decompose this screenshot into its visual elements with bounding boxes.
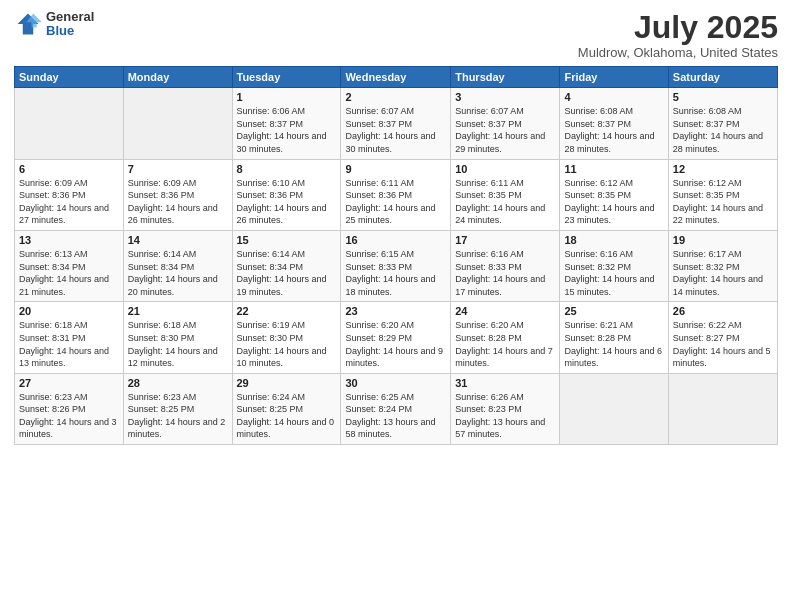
logo: General Blue	[14, 10, 94, 39]
calendar-week-3: 13Sunrise: 6:13 AMSunset: 8:34 PMDayligh…	[15, 230, 778, 301]
calendar-cell: 12Sunrise: 6:12 AMSunset: 8:35 PMDayligh…	[668, 159, 777, 230]
day-number: 5	[673, 91, 773, 103]
day-detail: Sunrise: 6:16 AMSunset: 8:32 PMDaylight:…	[564, 248, 663, 298]
calendar-week-4: 20Sunrise: 6:18 AMSunset: 8:31 PMDayligh…	[15, 302, 778, 373]
day-number: 1	[237, 91, 337, 103]
day-detail: Sunrise: 6:07 AMSunset: 8:37 PMDaylight:…	[455, 105, 555, 155]
calendar-cell: 17Sunrise: 6:16 AMSunset: 8:33 PMDayligh…	[451, 230, 560, 301]
calendar-cell: 21Sunrise: 6:18 AMSunset: 8:30 PMDayligh…	[123, 302, 232, 373]
calendar-cell: 7Sunrise: 6:09 AMSunset: 8:36 PMDaylight…	[123, 159, 232, 230]
calendar-cell: 2Sunrise: 6:07 AMSunset: 8:37 PMDaylight…	[341, 88, 451, 159]
logo-blue-text: Blue	[46, 24, 94, 38]
day-detail: Sunrise: 6:23 AMSunset: 8:26 PMDaylight:…	[19, 391, 119, 441]
day-detail: Sunrise: 6:16 AMSunset: 8:33 PMDaylight:…	[455, 248, 555, 298]
calendar-cell: 22Sunrise: 6:19 AMSunset: 8:30 PMDayligh…	[232, 302, 341, 373]
day-detail: Sunrise: 6:20 AMSunset: 8:28 PMDaylight:…	[455, 319, 555, 369]
calendar-cell: 26Sunrise: 6:22 AMSunset: 8:27 PMDayligh…	[668, 302, 777, 373]
day-number: 14	[128, 234, 228, 246]
calendar-header-tuesday: Tuesday	[232, 67, 341, 88]
calendar-header-row: SundayMondayTuesdayWednesdayThursdayFrid…	[15, 67, 778, 88]
calendar-table: SundayMondayTuesdayWednesdayThursdayFrid…	[14, 66, 778, 445]
day-number: 19	[673, 234, 773, 246]
day-number: 31	[455, 377, 555, 389]
day-detail: Sunrise: 6:08 AMSunset: 8:37 PMDaylight:…	[673, 105, 773, 155]
calendar-header-wednesday: Wednesday	[341, 67, 451, 88]
day-detail: Sunrise: 6:18 AMSunset: 8:31 PMDaylight:…	[19, 319, 119, 369]
day-number: 7	[128, 163, 228, 175]
title-block: July 2025 Muldrow, Oklahoma, United Stat…	[578, 10, 778, 60]
day-number: 6	[19, 163, 119, 175]
calendar-cell: 27Sunrise: 6:23 AMSunset: 8:26 PMDayligh…	[15, 373, 124, 444]
calendar-cell: 15Sunrise: 6:14 AMSunset: 8:34 PMDayligh…	[232, 230, 341, 301]
calendar-cell	[560, 373, 668, 444]
calendar-cell: 30Sunrise: 6:25 AMSunset: 8:24 PMDayligh…	[341, 373, 451, 444]
day-number: 10	[455, 163, 555, 175]
day-detail: Sunrise: 6:20 AMSunset: 8:29 PMDaylight:…	[345, 319, 446, 369]
day-detail: Sunrise: 6:09 AMSunset: 8:36 PMDaylight:…	[128, 177, 228, 227]
calendar-header-friday: Friday	[560, 67, 668, 88]
logo-icon	[14, 10, 42, 38]
calendar-week-1: 1Sunrise: 6:06 AMSunset: 8:37 PMDaylight…	[15, 88, 778, 159]
day-number: 27	[19, 377, 119, 389]
calendar-cell: 8Sunrise: 6:10 AMSunset: 8:36 PMDaylight…	[232, 159, 341, 230]
day-detail: Sunrise: 6:07 AMSunset: 8:37 PMDaylight:…	[345, 105, 446, 155]
day-number: 11	[564, 163, 663, 175]
day-number: 21	[128, 305, 228, 317]
day-detail: Sunrise: 6:11 AMSunset: 8:36 PMDaylight:…	[345, 177, 446, 227]
calendar-cell: 4Sunrise: 6:08 AMSunset: 8:37 PMDaylight…	[560, 88, 668, 159]
calendar-cell: 5Sunrise: 6:08 AMSunset: 8:37 PMDaylight…	[668, 88, 777, 159]
day-number: 25	[564, 305, 663, 317]
day-detail: Sunrise: 6:14 AMSunset: 8:34 PMDaylight:…	[128, 248, 228, 298]
day-number: 12	[673, 163, 773, 175]
day-number: 3	[455, 91, 555, 103]
day-number: 18	[564, 234, 663, 246]
day-detail: Sunrise: 6:25 AMSunset: 8:24 PMDaylight:…	[345, 391, 446, 441]
day-detail: Sunrise: 6:24 AMSunset: 8:25 PMDaylight:…	[237, 391, 337, 441]
day-number: 24	[455, 305, 555, 317]
day-detail: Sunrise: 6:09 AMSunset: 8:36 PMDaylight:…	[19, 177, 119, 227]
day-number: 30	[345, 377, 446, 389]
logo-general-text: General	[46, 10, 94, 24]
calendar-cell: 9Sunrise: 6:11 AMSunset: 8:36 PMDaylight…	[341, 159, 451, 230]
calendar-cell: 23Sunrise: 6:20 AMSunset: 8:29 PMDayligh…	[341, 302, 451, 373]
day-number: 4	[564, 91, 663, 103]
calendar-week-5: 27Sunrise: 6:23 AMSunset: 8:26 PMDayligh…	[15, 373, 778, 444]
day-detail: Sunrise: 6:23 AMSunset: 8:25 PMDaylight:…	[128, 391, 228, 441]
day-detail: Sunrise: 6:08 AMSunset: 8:37 PMDaylight:…	[564, 105, 663, 155]
calendar-cell: 25Sunrise: 6:21 AMSunset: 8:28 PMDayligh…	[560, 302, 668, 373]
day-detail: Sunrise: 6:14 AMSunset: 8:34 PMDaylight:…	[237, 248, 337, 298]
day-number: 22	[237, 305, 337, 317]
day-detail: Sunrise: 6:17 AMSunset: 8:32 PMDaylight:…	[673, 248, 773, 298]
calendar-cell: 18Sunrise: 6:16 AMSunset: 8:32 PMDayligh…	[560, 230, 668, 301]
day-number: 28	[128, 377, 228, 389]
day-number: 9	[345, 163, 446, 175]
calendar-header-sunday: Sunday	[15, 67, 124, 88]
day-number: 23	[345, 305, 446, 317]
day-detail: Sunrise: 6:11 AMSunset: 8:35 PMDaylight:…	[455, 177, 555, 227]
calendar-cell	[123, 88, 232, 159]
calendar-header-thursday: Thursday	[451, 67, 560, 88]
main-title: July 2025	[578, 10, 778, 45]
day-number: 29	[237, 377, 337, 389]
day-number: 16	[345, 234, 446, 246]
calendar-cell	[668, 373, 777, 444]
calendar-cell: 20Sunrise: 6:18 AMSunset: 8:31 PMDayligh…	[15, 302, 124, 373]
logo-text: General Blue	[46, 10, 94, 39]
day-detail: Sunrise: 6:10 AMSunset: 8:36 PMDaylight:…	[237, 177, 337, 227]
calendar-header-saturday: Saturday	[668, 67, 777, 88]
calendar-cell: 14Sunrise: 6:14 AMSunset: 8:34 PMDayligh…	[123, 230, 232, 301]
day-detail: Sunrise: 6:06 AMSunset: 8:37 PMDaylight:…	[237, 105, 337, 155]
calendar-cell: 6Sunrise: 6:09 AMSunset: 8:36 PMDaylight…	[15, 159, 124, 230]
calendar-cell: 16Sunrise: 6:15 AMSunset: 8:33 PMDayligh…	[341, 230, 451, 301]
day-detail: Sunrise: 6:13 AMSunset: 8:34 PMDaylight:…	[19, 248, 119, 298]
calendar-header-monday: Monday	[123, 67, 232, 88]
day-number: 13	[19, 234, 119, 246]
day-detail: Sunrise: 6:15 AMSunset: 8:33 PMDaylight:…	[345, 248, 446, 298]
calendar-cell: 31Sunrise: 6:26 AMSunset: 8:23 PMDayligh…	[451, 373, 560, 444]
calendar-cell: 29Sunrise: 6:24 AMSunset: 8:25 PMDayligh…	[232, 373, 341, 444]
calendar-cell: 1Sunrise: 6:06 AMSunset: 8:37 PMDaylight…	[232, 88, 341, 159]
calendar-cell: 19Sunrise: 6:17 AMSunset: 8:32 PMDayligh…	[668, 230, 777, 301]
day-detail: Sunrise: 6:12 AMSunset: 8:35 PMDaylight:…	[564, 177, 663, 227]
day-detail: Sunrise: 6:12 AMSunset: 8:35 PMDaylight:…	[673, 177, 773, 227]
day-detail: Sunrise: 6:26 AMSunset: 8:23 PMDaylight:…	[455, 391, 555, 441]
